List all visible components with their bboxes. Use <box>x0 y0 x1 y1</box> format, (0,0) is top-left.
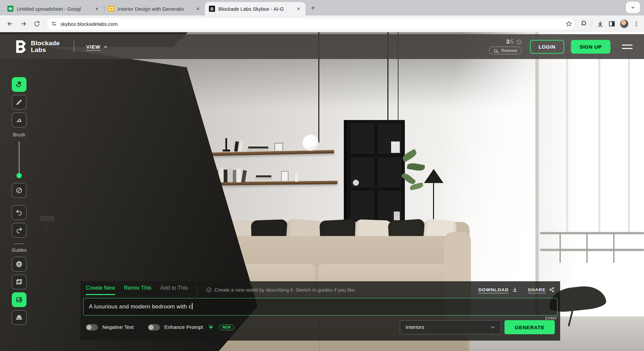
download-link[interactable]: DOWNLOAD <box>478 287 518 293</box>
brush-tool-button[interactable] <box>12 95 26 110</box>
tab-close-icon[interactable]: ✕ <box>94 6 100 12</box>
share-label: SHARE <box>528 287 546 292</box>
tab-close-icon[interactable]: ✕ <box>195 6 201 12</box>
redo-icon <box>15 227 23 234</box>
url-text[interactable]: skybox.blockadelabs.com <box>60 21 562 27</box>
book-spine <box>241 170 247 182</box>
tab-add-to-this: Add to This <box>160 285 188 295</box>
sphere-guide-button[interactable] <box>12 257 26 272</box>
side-panel-icon[interactable] <box>608 20 615 27</box>
candle <box>295 173 298 182</box>
brush-icon <box>15 99 23 106</box>
book-stack <box>247 149 269 151</box>
info-icon[interactable] <box>516 39 522 45</box>
style-select[interactable]: Interiors <box>400 320 501 334</box>
image-guide-button[interactable] <box>12 292 26 307</box>
undo-button[interactable] <box>12 205 26 220</box>
book-stack <box>256 175 271 177</box>
brand-logo[interactable]: Blockade Labs <box>15 40 60 53</box>
reload-button[interactable] <box>32 18 42 29</box>
generate-button[interactable]: GENERATE <box>504 320 555 334</box>
toolbar-divider <box>592 20 592 27</box>
browser-tab-sheets[interactable]: Untitled spreadsheet - Googl ✕ <box>3 2 104 15</box>
negative-text-toggle[interactable] <box>86 324 98 331</box>
tool-rail: Brush Guides <box>11 77 27 328</box>
wall-shelf-unit <box>347 120 405 225</box>
chevron-down-icon <box>103 44 108 49</box>
book-stack <box>248 147 268 149</box>
downloads-icon[interactable] <box>597 20 604 27</box>
hint-row: Create a new world by describing it. Ske… <box>206 287 357 293</box>
clear-tool-button[interactable] <box>12 183 26 198</box>
prompt-panel: Create New Remix This Add to This Create… <box>80 281 560 341</box>
floor-grid-guide-button[interactable] <box>12 310 26 325</box>
pan-tool-button[interactable] <box>12 77 26 92</box>
hand-icon <box>15 81 23 88</box>
tab-overflow-button[interactable] <box>626 2 640 13</box>
tab-create-new[interactable]: Create New <box>86 285 115 295</box>
signup-button[interactable]: SIGN UP <box>571 40 610 54</box>
bookmark-star-icon[interactable] <box>566 20 572 27</box>
google-sheets-icon <box>7 6 13 12</box>
new-tab-button[interactable]: + <box>308 3 318 13</box>
blockade-b-icon <box>15 40 27 53</box>
brush-size-slider[interactable] <box>16 141 22 177</box>
enhance-prompt-toggle[interactable] <box>148 324 160 331</box>
prompt-value: A luxurious and modern bedroom with c <box>89 303 192 310</box>
download-icon <box>512 287 518 293</box>
back-button[interactable] <box>5 18 15 29</box>
tab-remix-this[interactable]: Remix This <box>124 285 151 295</box>
toolbar-right-group <box>579 19 639 28</box>
brush-size-label: Brush <box>13 132 25 137</box>
leaning-book <box>238 140 243 152</box>
view-menu[interactable]: VIEW <box>86 44 108 50</box>
menu-icon[interactable] <box>622 43 633 50</box>
redo-button[interactable] <box>12 223 26 238</box>
browser-tab-strip: Untitled spreadsheet - Googl ✕ Interior … <box>0 0 644 15</box>
eraser-icon <box>15 116 23 124</box>
railing-post <box>586 233 588 263</box>
new-badge: NEW <box>219 325 234 330</box>
brand-line2: Labs <box>31 47 60 53</box>
browser-toolbar: skybox.blockadelabs.com <box>0 15 644 32</box>
sparkles-icon <box>207 324 215 331</box>
relaxed-mode-icon <box>494 49 499 53</box>
browser-tab-blockade-active[interactable]: B Blockade Labs Skybox - AI-G ✕ <box>205 2 306 15</box>
toggle-knob <box>149 325 154 330</box>
panel-tab-row: Create New Remix This Add to This Create… <box>83 281 558 297</box>
generate-group: Interiors GENERATE <box>400 320 555 334</box>
omnibox[interactable]: skybox.blockadelabs.com <box>47 18 574 30</box>
site-info-icon[interactable] <box>51 21 57 27</box>
book-stack <box>255 178 272 180</box>
share-link[interactable]: SHARE <box>528 287 555 293</box>
site-header: Blockade Labs VIEW 3/5 Relaxed LOGIN SIG… <box>0 34 644 59</box>
extensions-icon[interactable] <box>580 20 587 27</box>
char-counter: 37/447 <box>545 316 557 320</box>
sphere-lamp <box>303 135 319 151</box>
slider-knob[interactable] <box>16 173 22 178</box>
circle-slash-icon <box>15 187 23 194</box>
tab-close-icon[interactable]: ✕ <box>296 6 302 12</box>
quota-box: 3/5 Relaxed <box>489 39 522 54</box>
relaxed-badge[interactable]: Relaxed <box>489 47 522 54</box>
google-slides-icon <box>108 6 114 12</box>
brand-line1: Blockade <box>31 40 60 47</box>
chevron-down-icon <box>631 5 635 10</box>
wall-lamp <box>40 216 54 221</box>
floor-lamp-shade <box>424 169 443 183</box>
browser-menu-icon[interactable] <box>633 21 639 27</box>
login-button[interactable]: LOGIN <box>530 40 565 54</box>
forward-button[interactable] <box>18 18 29 29</box>
eraser-tool-button[interactable] <box>12 113 26 127</box>
leaning-book <box>234 141 239 152</box>
railing-post <box>559 233 561 263</box>
small-frame <box>281 171 288 182</box>
browser-tab-slides[interactable]: Interior Design with Generativ ✕ <box>104 2 205 15</box>
style-select-value: Interiors <box>406 324 424 330</box>
quota-total: /5 <box>509 39 514 45</box>
cube-guide-button[interactable] <box>12 275 26 289</box>
window-mullion <box>566 46 568 233</box>
profile-avatar[interactable] <box>620 19 629 28</box>
prompt-input[interactable]: A luxurious and modern bedroom with c <box>83 298 557 315</box>
header-divider <box>74 41 74 53</box>
